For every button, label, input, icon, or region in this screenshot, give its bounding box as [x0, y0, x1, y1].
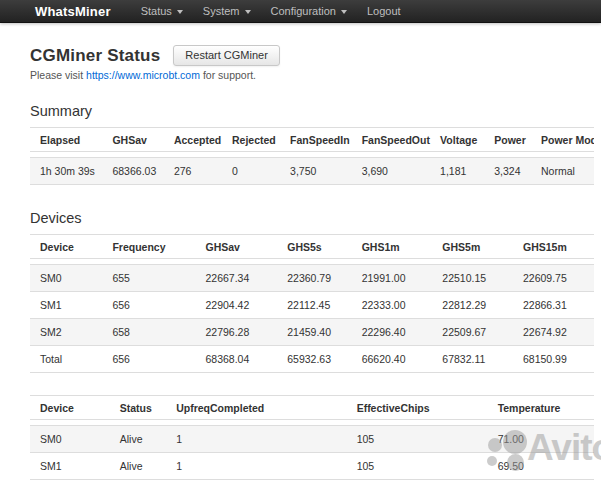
column-header: EffectiveChips — [349, 396, 490, 420]
table-cell: SM1 — [30, 292, 104, 319]
table-cell: Total — [30, 346, 104, 373]
table-cell: 68366.03 — [104, 158, 165, 185]
table-row: Total65668368.0465932.6366620.4067832.11… — [30, 346, 594, 373]
support-text: Please visithttps://www.microbt.comfor s… — [30, 69, 594, 81]
column-header: Accepted — [166, 128, 224, 152]
column-header: Power — [486, 128, 533, 152]
table-cell: SM1 — [30, 453, 112, 480]
content-area: CGMiner Status Restart CGMiner Please vi… — [0, 23, 601, 480]
menu-item-label: System — [203, 5, 240, 17]
table-cell: 3,324 — [486, 158, 533, 185]
table-cell: Alive — [112, 453, 168, 480]
table-cell: 3,690 — [354, 158, 432, 185]
table-cell: 68150.99 — [515, 346, 594, 373]
column-header: GHS5m — [434, 235, 515, 259]
table-cell: 22796.28 — [197, 319, 279, 346]
column-header: GHSav — [197, 235, 279, 259]
table-cell: 22296.40 — [354, 319, 435, 346]
main-menu: Status System Configuration Logout — [131, 0, 411, 22]
table-cell: 22812.29 — [434, 292, 515, 319]
chevron-down-icon — [245, 10, 251, 14]
column-header: Frequency — [104, 235, 197, 259]
table-cell: 105 — [349, 426, 490, 453]
table-cell: Alive — [112, 426, 168, 453]
table-cell: 22609.75 — [515, 265, 594, 292]
menu-item-label: Status — [141, 5, 172, 17]
table-cell: 656 — [104, 346, 197, 373]
menu-item-system[interactable]: System — [193, 0, 261, 22]
chevron-down-icon — [341, 10, 347, 14]
column-header: GHS1m — [354, 235, 435, 259]
table-cell: 67832.11 — [434, 346, 515, 373]
devices-status-table: DeviceStatusUpfreqCompletedEffectiveChip… — [30, 395, 594, 480]
support-link[interactable]: https://www.microbt.com — [86, 69, 200, 81]
support-text-prefix: Please visit — [30, 69, 83, 81]
table-cell: 3,750 — [282, 158, 354, 185]
table-cell: 69.50 — [490, 453, 594, 480]
column-header: GHS5s — [279, 235, 353, 259]
top-navbar: WhatsMiner Status System Configuration L… — [0, 0, 601, 23]
table-cell: 658 — [104, 319, 197, 346]
table-cell: 68368.04 — [197, 346, 279, 373]
table-cell: SM0 — [30, 265, 104, 292]
table-cell: 22112.45 — [279, 292, 353, 319]
table-cell: 22667.34 — [197, 265, 279, 292]
table-row: SM165622904.4222112.4522333.0022812.2922… — [30, 292, 594, 319]
table-cell: 22333.00 — [354, 292, 435, 319]
menu-item-label: Configuration — [271, 5, 336, 17]
table-cell: 65932.63 — [279, 346, 353, 373]
column-header: UpfreqCompleted — [168, 396, 348, 420]
table-row: SM0Alive110571.00 — [30, 426, 594, 453]
column-header: Rejected — [224, 128, 282, 152]
table-cell: 1 — [168, 453, 348, 480]
table-cell: 22674.92 — [515, 319, 594, 346]
title-row: CGMiner Status Restart CGMiner — [30, 45, 594, 66]
column-header: FanSpeedOut — [354, 128, 432, 152]
summary-heading: Summary — [30, 103, 594, 119]
table-cell: 105 — [349, 453, 490, 480]
devices-heading: Devices — [30, 210, 594, 226]
table-cell: 66620.40 — [354, 346, 435, 373]
brand-logo[interactable]: WhatsMiner — [0, 4, 131, 19]
table-row: SM065522667.3422360.7921991.0022510.1522… — [30, 265, 594, 292]
column-header: GHS15m — [515, 235, 594, 259]
table-cell: 22510.15 — [434, 265, 515, 292]
table-cell: 1h 30m 39s — [30, 158, 104, 185]
table-cell: 1,181 — [432, 158, 486, 185]
table-row: SM1Alive110569.50 — [30, 453, 594, 480]
table-cell: 655 — [104, 265, 197, 292]
menu-item-status[interactable]: Status — [131, 0, 193, 22]
column-header: GHSav — [104, 128, 165, 152]
table-cell: 22904.42 — [197, 292, 279, 319]
summary-table: ElapsedGHSavAcceptedRejectedFanSpeedInFa… — [30, 127, 594, 185]
table-cell: 276 — [166, 158, 224, 185]
column-header: Voltage — [432, 128, 486, 152]
column-header: Device — [30, 396, 112, 420]
table-cell: 21459.40 — [279, 319, 353, 346]
table-cell: SM2 — [30, 319, 104, 346]
table-row: SM265822796.2821459.4022296.4022509.6722… — [30, 319, 594, 346]
table-cell: 22360.79 — [279, 265, 353, 292]
chevron-down-icon — [177, 10, 183, 14]
restart-cgminer-button[interactable]: Restart CGMiner — [173, 45, 280, 66]
page-title: CGMiner Status — [30, 46, 160, 66]
devices-hashrate-table: DeviceFrequencyGHSavGHS5sGHS1mGHS5mGHS15… — [30, 234, 594, 373]
table-cell: Normal — [533, 158, 594, 185]
menu-item-logout[interactable]: Logout — [357, 0, 411, 22]
table-cell: 656 — [104, 292, 197, 319]
table-row: 1h 30m 39s68366.0327603,7503,6901,1813,3… — [30, 158, 594, 185]
table-cell: 1 — [168, 426, 348, 453]
table-cell: 0 — [224, 158, 282, 185]
column-header: FanSpeedIn — [282, 128, 354, 152]
menu-item-configuration[interactable]: Configuration — [261, 0, 357, 22]
table-cell: SM0 — [30, 426, 112, 453]
menu-item-label: Logout — [367, 5, 401, 17]
table-cell: 71.00 — [490, 426, 594, 453]
support-text-suffix: for support. — [203, 69, 256, 81]
column-header: Power Mode — [533, 128, 594, 152]
table-header-row: DeviceFrequencyGHSavGHS5sGHS1mGHS5mGHS15… — [30, 235, 594, 259]
column-header: Elapsed — [30, 128, 104, 152]
column-header: Status — [112, 396, 168, 420]
column-header: Temperature — [490, 396, 594, 420]
table-header-row: DeviceStatusUpfreqCompletedEffectiveChip… — [30, 396, 594, 420]
